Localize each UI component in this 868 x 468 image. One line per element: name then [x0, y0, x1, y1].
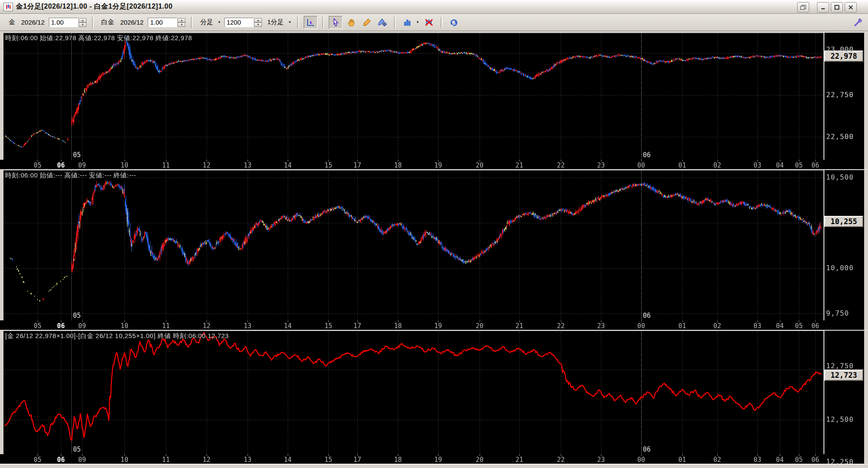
- draw-pencil-button[interactable]: [360, 16, 374, 29]
- time-tick-label: 23: [595, 456, 607, 464]
- select-cursor-button[interactable]: [329, 16, 343, 29]
- gold-multiplier-value[interactable]: 1.00: [49, 18, 78, 27]
- time-tick-label: 05: [32, 161, 44, 169]
- time-tick-label: 12: [200, 161, 213, 169]
- time-tick-label: 05: [32, 322, 44, 330]
- price-tick-label: 22,750: [826, 91, 854, 99]
- bar-count-value[interactable]: 1200: [224, 18, 254, 27]
- platinum-contract[interactable]: 2026/12: [120, 19, 143, 26]
- marker-crosshair-button[interactable]: [375, 16, 389, 29]
- chevron-down-icon[interactable]: ▼: [217, 20, 221, 24]
- time-tick-label: 00: [635, 456, 647, 464]
- session-date-label: 06: [643, 312, 651, 319]
- time-tick-label: 05: [793, 161, 805, 169]
- time-tick-label: 04: [774, 161, 786, 169]
- gold-multiplier-spinner[interactable]: ▲▼: [79, 18, 86, 27]
- gold-label: 金: [9, 18, 15, 26]
- close-icon: [848, 5, 853, 10]
- bar-period-dropdown[interactable]: 1分足: [267, 18, 283, 26]
- price-tick-label: 23,000: [826, 45, 854, 54]
- price-tick-label: 12,750: [826, 362, 854, 370]
- window-title: 金1分足[2026/12]1.00 - 白金1分足[2026/12]1.00: [16, 2, 172, 11]
- remove-study-button[interactable]: [422, 16, 436, 29]
- time-tick-label: 02: [711, 322, 723, 330]
- time-tick-label: 11: [160, 456, 172, 464]
- minimize-button[interactable]: [817, 2, 829, 13]
- time-tick-label: 02: [711, 161, 723, 169]
- candlestick-app-icon: [5, 4, 11, 10]
- chart-window: 金1分足[2026/12]1.00 - 白金1分足[2026/12]1.00 金…: [0, 0, 868, 468]
- time-tick-label: 17: [351, 322, 363, 330]
- pan-hand-button[interactable]: [344, 16, 358, 29]
- time-tick-label: 18: [392, 456, 404, 464]
- spread-readout: [金 26/12 22,978×1.00]-[白金 26/12 10,255×1…: [5, 332, 229, 340]
- chevron-down-icon[interactable]: ▼: [416, 20, 420, 24]
- platinum-multiplier-value[interactable]: 1.00: [148, 18, 177, 27]
- spread-line-canvas[interactable]: [3, 331, 823, 455]
- separator: [441, 17, 442, 28]
- time-tick-label: 14: [282, 161, 294, 169]
- time-tick-label: 22: [555, 161, 567, 169]
- gold-chart-plot[interactable]: [3, 33, 823, 160]
- time-tick-label: 19: [432, 322, 444, 330]
- time-tick-label: 12: [200, 322, 213, 330]
- time-tick-label: 05: [32, 456, 44, 464]
- time-tick-label: 09: [76, 456, 88, 464]
- gold-contract[interactable]: 2026/12: [21, 19, 45, 26]
- platinum-multiplier-spinner[interactable]: ▲▼: [178, 18, 185, 27]
- time-tick-label: 19: [432, 161, 444, 169]
- time-tick-label: 21: [513, 322, 525, 330]
- session-date-label: 05: [73, 312, 81, 319]
- time-tick-label: 02: [711, 456, 723, 464]
- wrench-icon: [852, 17, 863, 28]
- window-right-border: [864, 31, 868, 468]
- bar-type-dropdown[interactable]: 分足: [200, 18, 213, 26]
- time-tick-label: 14: [282, 322, 294, 330]
- chart-pointer-tool-button[interactable]: [304, 16, 318, 29]
- platinum-candles-canvas[interactable]: [3, 171, 823, 321]
- time-tick-label: 10: [118, 456, 130, 464]
- remove-study-icon: [424, 18, 434, 27]
- maximize-button[interactable]: [831, 2, 843, 13]
- session-date-label: 06: [643, 151, 651, 159]
- platinum-last-price-badge: 10,255: [824, 216, 863, 227]
- toolbar: 金 2026/12 1.00 ▲▼ 白金 2026/12 1.00 ▲▼ 分足 …: [0, 14, 868, 31]
- time-tick-label: 03: [751, 322, 763, 330]
- time-tick-label: 15: [322, 161, 334, 169]
- time-tick-label: 14: [282, 456, 294, 464]
- gold-multiplier-field[interactable]: 1.00 ▲▼: [49, 18, 86, 27]
- bar-chart-type-button[interactable]: [401, 16, 414, 29]
- time-tick-label: 10: [118, 322, 130, 330]
- platinum-multiplier-field[interactable]: 1.00 ▲▼: [148, 18, 185, 27]
- app-icon[interactable]: [3, 3, 13, 11]
- separator: [191, 17, 193, 28]
- time-tick-label: 06: [55, 161, 67, 169]
- pencil-icon: [362, 18, 371, 27]
- time-tick-label: 00: [635, 161, 647, 169]
- settings-wrench-button[interactable]: [852, 17, 863, 29]
- title-bar[interactable]: 金1分足[2026/12]1.00 - 白金1分足[2026/12]1.00: [0, 0, 868, 14]
- time-tick-label: 06: [809, 161, 821, 169]
- chevron-down-icon[interactable]: ▼: [288, 20, 292, 24]
- session-date-label: 05: [73, 151, 81, 159]
- separator: [297, 17, 299, 28]
- price-tick-label: 12,500: [826, 415, 854, 424]
- spread-chart-plot[interactable]: [3, 331, 823, 455]
- platinum-chart-plot[interactable]: [3, 170, 823, 321]
- window-left-border: [0, 31, 3, 468]
- bar-count-spinner[interactable]: ▲▼: [254, 18, 262, 27]
- time-tick-label: 21: [513, 161, 525, 169]
- close-button[interactable]: [845, 2, 857, 13]
- hand-icon: [347, 18, 356, 27]
- bar-count-field[interactable]: 1200 ▲▼: [224, 18, 262, 27]
- cascade-window-button[interactable]: [797, 2, 809, 13]
- price-tick-label: 10,000: [826, 264, 854, 272]
- reload-button[interactable]: R: [447, 16, 461, 29]
- time-tick-label: 03: [751, 456, 763, 464]
- spread-price-axis: [824, 331, 864, 454]
- time-tick-label: 20: [474, 322, 486, 330]
- time-tick-label: 17: [351, 161, 363, 169]
- gold-candles-canvas[interactable]: [3, 33, 823, 160]
- reload-icon: R: [449, 18, 459, 27]
- marker-crosshair-icon: [378, 18, 387, 27]
